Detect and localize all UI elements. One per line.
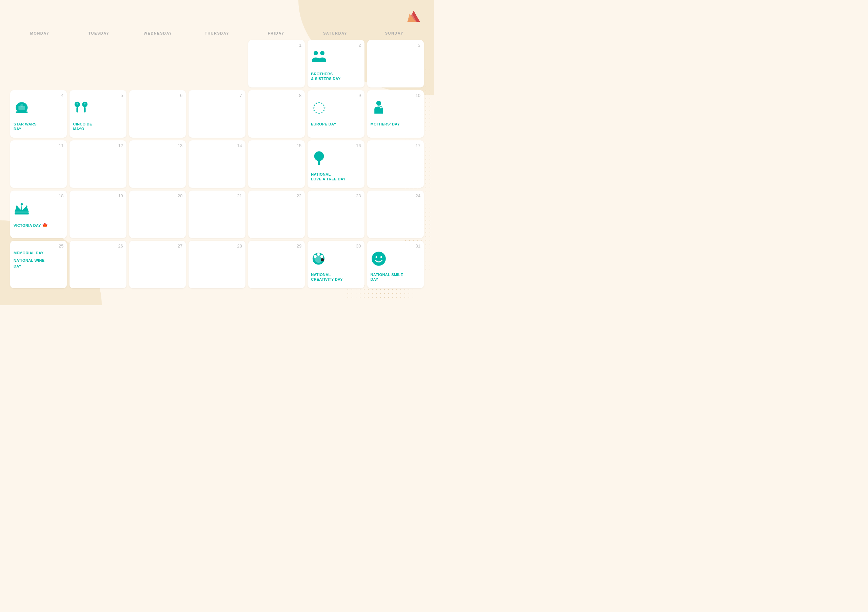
svg-marker-26 [315,102,317,104]
svg-point-3 [314,51,318,55]
holiday-label: NATIONAL SMILEDAY [370,272,420,282]
calendar-cell: 14 [189,140,245,188]
day-number: 28 [192,243,242,248]
day-number: 20 [133,193,183,198]
svg-rect-6 [16,112,28,113]
day-number: 25 [14,243,64,248]
calendar-cell: 15 [248,140,305,188]
svg-point-8 [20,104,23,107]
helmet-icon [14,100,64,120]
calendar-cell: 13 [129,140,186,188]
day-number: 18 [14,193,64,198]
svg-marker-15 [318,102,320,103]
tree-icon [311,150,361,170]
day-header-thursday: THURSDAY [188,29,246,37]
svg-marker-21 [318,113,320,114]
header-left [10,14,16,19]
page-header [10,10,424,22]
calendar-cell: 28 [189,241,245,288]
day-number: 22 [251,193,301,198]
calendar-cell: 9 EUROPE DAY [307,90,364,138]
day-header-saturday: SATURDAY [305,29,364,37]
day-number: 30 [311,243,361,248]
stars-icon [311,100,361,120]
crown-icon [14,200,64,220]
calendar-cell: 31 NATIONAL SMILEDAY [367,241,424,288]
day-number: 26 [73,243,123,248]
day-header-friday: FRIDAY [246,29,305,37]
svg-marker-17 [323,104,325,106]
calendar-cell: 10 MOTHERS' DAY [367,90,424,138]
day-number: 7 [192,93,242,98]
day-number: 1 [251,43,301,48]
calendar-cell: 20 [129,191,186,238]
calendar-cell: 22 [248,191,305,238]
day-number: 17 [370,143,420,148]
svg-point-45 [380,256,382,258]
svg-point-13 [77,103,78,105]
holiday-label: MOTHERS' DAY [370,122,420,127]
day-number: 16 [311,143,361,148]
holiday-label: MEMORIAL DAYNATIONAL WINEDAY [14,251,64,268]
logo [407,10,424,22]
calendar: MONDAYTUESDAYWEDNESDAYTHURSDAYFRIDAYSATU… [10,29,424,288]
calendar-rows: 12 BROTHERS& SISTERS DAY34 STAR WARSDAY5… [10,40,424,288]
calendar-cell: 3 [367,40,424,87]
calendar-cell: 25MEMORIAL DAYNATIONAL WINEDAY [10,241,67,288]
day-number: 4 [14,93,64,98]
day-header-sunday: SUNDAY [365,29,424,37]
day-number: 11 [14,143,64,148]
svg-point-27 [376,101,381,105]
calendar-cell [70,40,126,87]
svg-point-35 [16,206,18,207]
day-number: 3 [370,43,420,48]
svg-rect-33 [15,212,29,214]
day-number: 21 [192,193,242,198]
calendar-row-2: 4 STAR WARSDAY5 CINCO DEMAYO6789 EUROPE … [10,90,424,138]
day-number: 23 [311,193,361,198]
svg-point-36 [26,206,28,207]
svg-rect-31 [318,160,320,165]
calendar-cell [10,40,67,87]
calendar-cell: 11 [10,140,67,188]
svg-point-4 [320,51,324,55]
calendar-cell: 19 [70,191,126,238]
day-number: 12 [73,143,123,148]
calendar-cell: 21 [189,191,245,238]
calendar-cell: 2 BROTHERS& SISTERS DAY [307,40,364,87]
calendar-row-4: 18 VICTORIA DAY 🍁192021222324 [10,191,424,238]
printful-logo-icon [407,10,420,22]
day-headers: MONDAYTUESDAYWEDNESDAYTHURSDAYFRIDAYSATU… [10,29,424,37]
calendar-cell [189,40,245,87]
calendar-cell: 23 [307,191,364,238]
holiday-label: BROTHERS& SISTERS DAY [311,71,361,81]
svg-point-34 [21,203,23,205]
svg-point-43 [372,252,386,266]
calendar-cell: 12 [70,140,126,188]
day-number: 29 [251,243,301,248]
day-number: 31 [370,243,420,248]
day-header-wednesday: WEDNESDAY [129,29,188,37]
svg-marker-24 [313,107,315,108]
day-number: 8 [251,93,301,98]
day-header-monday: MONDAY [10,29,69,37]
svg-marker-22 [315,112,317,113]
holiday-label: VICTORIA DAY 🍁 [14,222,64,228]
day-number: 2 [311,43,361,48]
svg-rect-10 [77,107,78,113]
holiday-label: CINCO DEMAYO [73,122,123,132]
calendar-cell: 30 NATIONALCREATIVITY DAY [307,241,364,288]
day-number: 13 [133,143,183,148]
calendar-row-5: 25MEMORIAL DAYNATIONAL WINEDAY2627282930… [10,241,424,288]
calendar-cell: 6 [129,90,186,138]
svg-marker-16 [321,102,323,104]
svg-marker-23 [313,110,315,111]
calendar-cell: 5 CINCO DEMAYO [70,90,126,138]
day-number: 6 [133,93,183,98]
holiday-label: NATIONALLOVE A TREE DAY [311,172,361,182]
svg-point-41 [321,255,323,258]
svg-point-30 [314,151,324,161]
calendar-cell: 17 [367,140,424,188]
calendar-cell: 4 STAR WARSDAY [10,90,67,138]
calendar-cell: 7 [189,90,245,138]
